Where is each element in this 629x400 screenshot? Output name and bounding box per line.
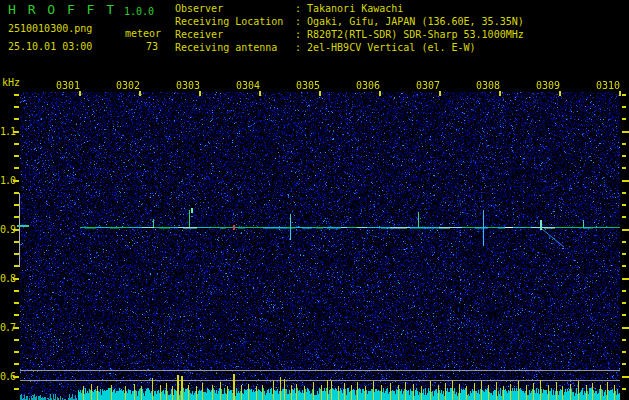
- station-info-value-2: R820T2(RTL-SDR) SDR-Sharp 53.1000MHz: [307, 29, 524, 41]
- freq-minor-tick: [14, 339, 19, 341]
- freq-minor-tick: [14, 167, 19, 169]
- freq-right-tick: [622, 314, 626, 316]
- hrofft-spectrogram-window: H R O F F T 1.0.0 2510010300.png meteor …: [0, 0, 629, 400]
- freq-right-tick: [622, 351, 626, 353]
- time-tick: [619, 91, 621, 96]
- freq-right-tick: [622, 204, 626, 206]
- station-info-sep-3: :: [295, 42, 301, 54]
- freq-right-tick: [622, 94, 626, 96]
- freq-right-tick: [622, 192, 626, 194]
- freq-right-tick: [622, 290, 626, 292]
- time-tick: [499, 91, 501, 96]
- freq-right-tick: [622, 155, 626, 157]
- spectrogram-canvas: [20, 92, 620, 400]
- mode-label: meteor: [118, 28, 161, 40]
- station-info-label-0: Observer: [175, 3, 223, 15]
- time-label: 0309: [535, 80, 560, 92]
- station-info-label-2: Receiver: [175, 29, 223, 41]
- carrier-left-mark: [17, 225, 29, 227]
- app-version: 1.0.0: [124, 6, 154, 18]
- freq-minor-tick: [14, 143, 19, 145]
- time-label: 0304: [235, 80, 260, 92]
- time-label: 0307: [415, 80, 440, 92]
- freq-minor-tick: [14, 351, 19, 353]
- freq-major-tick: [13, 376, 19, 378]
- freq-major-tick: [13, 327, 19, 329]
- freq-right-tick: [622, 143, 626, 145]
- freq-right-tick: [622, 180, 629, 182]
- time-tick: [79, 91, 81, 96]
- freq-right-tick: [622, 339, 626, 341]
- freq-right-tick: [622, 376, 629, 378]
- freq-right-tick: [622, 278, 629, 280]
- freq-minor-tick: [14, 363, 19, 365]
- freq-right-tick: [622, 167, 626, 169]
- freq-right-tick: [622, 229, 629, 231]
- echo-count: 73: [122, 41, 158, 53]
- time-label: 0303: [175, 80, 200, 92]
- freq-minor-tick: [14, 118, 19, 120]
- station-info-value-1: Ogaki, Gifu, JAPAN (136.60E, 35.35N): [307, 16, 524, 28]
- station-info-sep-1: :: [295, 16, 301, 28]
- time-tick: [259, 91, 261, 96]
- station-info-label-3: Receiving antenna: [175, 42, 277, 54]
- station-info-value-0: Takanori Kawachi: [307, 3, 403, 15]
- observation-datetime: 25.10.01 03:00: [8, 41, 92, 53]
- station-info-value-3: 2el-HB9CV Vertical (el. E-W): [307, 42, 476, 54]
- freq-right-tick: [622, 388, 626, 390]
- freq-right-tick: [622, 131, 629, 133]
- freq-major-tick: [13, 278, 19, 280]
- freq-right-tick: [622, 106, 626, 108]
- time-label: 0301: [55, 80, 80, 92]
- time-tick: [379, 91, 381, 96]
- station-info-sep-0: :: [295, 3, 301, 15]
- freq-minor-tick: [14, 106, 19, 108]
- freq-minor-tick: [14, 290, 19, 292]
- freq-right-tick: [622, 363, 626, 365]
- time-tick: [139, 91, 141, 96]
- freq-minor-tick: [14, 155, 19, 157]
- app-title: H R O F F T: [8, 4, 116, 16]
- freq-right-tick: [622, 253, 626, 255]
- time-label: 0308: [475, 80, 500, 92]
- time-label: 0302: [115, 80, 140, 92]
- freq-major-tick: [13, 180, 19, 182]
- time-label: 0305: [295, 80, 320, 92]
- freq-right-tick: [622, 302, 626, 304]
- output-filename: 2510010300.png: [8, 23, 92, 35]
- time-label: 0306: [355, 80, 380, 92]
- station-info-label-1: Receiving Location: [175, 16, 283, 28]
- time-tick: [559, 91, 561, 96]
- freq-minor-tick: [14, 94, 19, 96]
- freq-right-tick: [622, 241, 626, 243]
- freq-right-tick: [622, 216, 626, 218]
- freq-right-tick: [622, 118, 626, 120]
- time-tick: [319, 91, 321, 96]
- freq-minor-tick: [14, 388, 19, 390]
- time-label: 0310: [595, 80, 620, 92]
- freq-minor-tick: [14, 302, 19, 304]
- freq-axis-unit: kHz: [2, 77, 20, 89]
- station-info-sep-2: :: [295, 29, 301, 41]
- freq-right-tick: [622, 327, 629, 329]
- freq-right-tick: [622, 265, 626, 267]
- freq-minor-tick: [14, 314, 19, 316]
- search-range-marker: [19, 193, 20, 267]
- freq-major-tick: [13, 131, 19, 133]
- time-tick: [439, 91, 441, 96]
- time-tick: [199, 91, 201, 96]
